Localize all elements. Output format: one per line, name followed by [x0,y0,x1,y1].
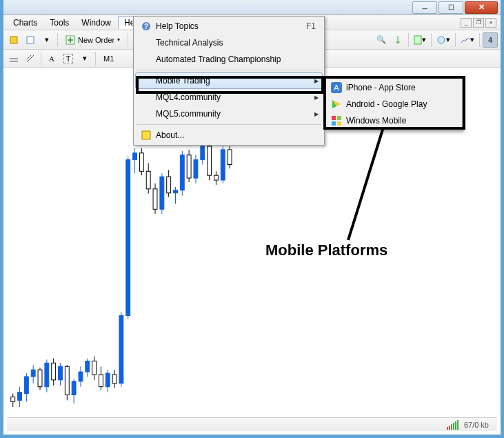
svg-rect-46 [146,171,150,189]
maximize-button[interactable]: ☐ [439,1,463,14]
menu-item-label: About... [153,130,319,140]
toolbar-btn-clock[interactable]: ▾ [434,32,452,48]
connection-signal-icon [447,420,464,430]
svg-rect-0 [10,37,17,43]
toolbar-btn-2[interactable] [23,32,38,48]
toolbar-separator [408,33,409,47]
menu-separator [137,70,321,70]
about-icon [139,130,153,141]
svg-rect-1 [27,37,34,43]
toolbar-separator [128,33,128,47]
svg-rect-77 [337,116,341,120]
new-order-label: New Order [78,36,114,44]
menu-window[interactable]: Window [76,17,117,29]
menu-tools[interactable]: Tools [44,17,74,29]
submenu-arrow-icon: ▶ [314,111,319,117]
svg-text:A: A [334,83,339,92]
submenu-label: Android - Google Play [346,99,427,109]
svg-rect-79 [337,121,341,126]
svg-rect-20 [59,366,63,380]
svg-rect-42 [133,153,137,160]
svg-rect-16 [45,363,49,386]
svg-rect-50 [160,177,164,209]
submenu-android[interactable]: Android - Google Play [327,96,461,112]
toolbar-separator [431,33,432,47]
toolbar-btn-b[interactable]: ▾ [412,32,428,48]
submenu-label: iPhone - App Store [346,83,416,92]
submenu-windows[interactable]: Windows Mobile [327,112,461,129]
svg-rect-54 [174,190,178,193]
svg-rect-48 [153,189,157,209]
window-titlebar: ─ ☐ ✕ [3,0,501,15]
menu-separator [137,124,321,125]
sidebar-badge[interactable]: 4 [483,32,498,48]
mdi-minimize-button[interactable]: _ [461,18,472,28]
menu-item-label: MQL4.community [153,92,314,102]
menu-mql4[interactable]: MQL4.community ▶ [135,89,323,106]
svg-rect-56 [180,155,184,190]
svg-rect-18 [52,363,56,380]
toolbar-btn-a[interactable] [390,32,405,48]
draw-line-2[interactable] [23,51,38,66]
draw-text-t[interactable]: T [61,51,76,66]
menu-charts[interactable]: Charts [8,17,43,29]
plus-icon [65,35,75,45]
svg-rect-32 [99,375,103,387]
svg-point-4 [438,37,445,43]
toolbar-separator [57,33,58,47]
svg-rect-78 [332,121,336,126]
menu-item-label: Automated Trading Championship [153,54,319,64]
svg-rect-40 [126,160,130,316]
menu-about[interactable]: About... [135,127,323,143]
mdi-restore-button[interactable]: ❐ [473,18,484,28]
svg-rect-28 [85,361,90,372]
menu-mobile-trading[interactable]: Mobile Trading ▶ [135,72,323,89]
appstore-icon: A [331,82,342,93]
minimize-button[interactable]: ─ [412,1,437,14]
mdi-close-button[interactable]: × [485,18,496,28]
svg-rect-22 [65,366,69,395]
toolbar-btn-1[interactable] [6,32,21,48]
svg-rect-62 [201,146,205,160]
menu-mql5[interactable]: MQL5.community ▶ [135,106,323,122]
toolbar-separator [455,33,456,47]
toolbar-btn-chart[interactable]: ▾ [458,32,476,48]
submenu-arrow-icon: ▶ [314,78,319,84]
new-order-button[interactable]: New Order ▾ [61,32,125,48]
svg-rect-76 [332,116,336,120]
timeframe-m1[interactable]: M1 [99,51,119,66]
help-icon: ? [139,21,153,32]
menu-technical-analysis[interactable]: Technical Analysis [135,34,323,51]
help-dropdown-menu: ? Help Topics F1 Technical Analysis Auto… [133,16,325,146]
toolbar-separator [95,52,96,66]
menu-automated-trading[interactable]: Automated Trading Championship [135,51,323,68]
svg-rect-66 [214,175,218,180]
close-button[interactable]: ✕ [465,1,498,14]
toolbar-dropdown-1[interactable]: ▾ [39,32,54,48]
draw-text-a[interactable]: A [44,51,59,66]
draw-line-1[interactable] [6,51,21,66]
svg-rect-70 [228,150,232,165]
menu-item-label: MQL5.community [153,109,314,119]
draw-dropdown[interactable]: ▾ [77,51,92,66]
svg-rect-68 [221,150,225,180]
submenu-label: Windows Mobile [346,116,406,126]
svg-rect-44 [139,153,143,172]
statusbar: 67/0 kb [7,417,497,431]
svg-rect-30 [92,361,97,375]
transfer-status: 67/0 kb [464,421,497,429]
svg-rect-38 [119,316,123,384]
menu-help-topics[interactable]: ? Help Topics F1 [135,18,323,34]
svg-rect-73 [142,131,150,139]
toolbar-btn-zoom[interactable]: 🔍 [374,32,389,48]
submenu-iphone[interactable]: A iPhone - App Store [327,79,461,96]
menu-item-shortcut: F1 [306,21,319,31]
submenu-arrow-icon: ▶ [314,94,319,101]
svg-rect-34 [105,373,110,387]
svg-rect-14 [38,370,42,387]
svg-rect-58 [187,155,191,178]
svg-rect-64 [208,146,212,175]
svg-rect-8 [18,392,22,401]
svg-rect-52 [167,177,171,193]
toolbar-separator [41,52,41,66]
